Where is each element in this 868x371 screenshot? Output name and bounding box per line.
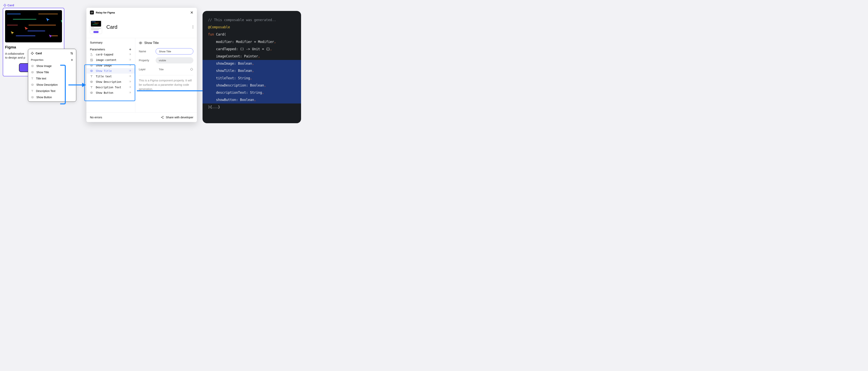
plus-icon[interactable] — [129, 48, 131, 51]
code-line: titleText: String, — [203, 75, 301, 82]
svg-point-19 — [32, 66, 33, 66]
eye-icon — [139, 41, 142, 45]
parameter-item[interactable]: Show Image — [86, 63, 135, 68]
code-line: showTitle: Boolean, — [203, 67, 301, 74]
svg-rect-37 — [90, 59, 92, 61]
parameters-section-header: Parameters — [86, 45, 135, 52]
property-label: Property — [139, 59, 153, 62]
more-menu-button[interactable] — [192, 25, 193, 29]
help-text: This is a Figma component property. It w… — [139, 78, 193, 91]
export-icon — [128, 53, 131, 56]
code-line: modifier: Modifier = Modifier, — [203, 38, 301, 45]
summary-section-header[interactable]: Summary — [86, 38, 135, 45]
parameter-item[interactable]: image-content — [86, 57, 135, 63]
property-item[interactable]: Description Text — [28, 88, 76, 94]
code-line: @Composable — [203, 24, 301, 31]
parameter-label: Description Text — [96, 86, 121, 89]
plus-icon[interactable] — [70, 59, 73, 61]
parameter-label: Title text — [96, 75, 112, 78]
svg-rect-12 — [32, 54, 33, 55]
close-button[interactable] — [190, 11, 193, 14]
eye-icon — [31, 96, 34, 99]
svg-point-47 — [140, 42, 141, 43]
cursor-icon — [49, 35, 52, 38]
svg-line-29 — [92, 12, 92, 13]
relay-app-title: Relay for Figma — [96, 11, 188, 14]
svg-point-16 — [72, 54, 73, 54]
eye-icon — [90, 69, 93, 72]
card-hero-image — [5, 10, 62, 42]
svg-point-40 — [91, 70, 92, 71]
target-button[interactable] — [190, 68, 193, 71]
parameter-item[interactable]: Show Description — [86, 79, 135, 85]
svg-line-56 — [162, 116, 163, 117]
kebab-icon — [192, 25, 193, 29]
svg-point-23 — [32, 85, 33, 85]
component-icon — [3, 4, 6, 7]
eye-icon — [31, 83, 34, 86]
code-line: // This composable was generated.. — [203, 16, 301, 24]
image-icon — [90, 59, 93, 62]
code-output-panel: // This composable was generated..@Compo… — [203, 11, 301, 123]
component-icon — [31, 52, 34, 55]
svg-marker-5 — [25, 27, 28, 30]
properties-panel-title: Card — [36, 52, 70, 55]
property-item-label: Show Image — [36, 64, 52, 68]
svg-rect-11 — [33, 53, 34, 54]
export-icon — [128, 80, 131, 83]
text-icon — [90, 86, 93, 89]
svg-point-34 — [192, 28, 193, 28]
parameter-item[interactable]: Show Button — [86, 90, 135, 96]
parameter-label: Show Image — [96, 64, 112, 67]
svg-point-39 — [91, 65, 92, 66]
svg-rect-2 — [5, 5, 6, 6]
property-item[interactable]: Show Button — [28, 94, 76, 100]
cursor-icon — [46, 18, 50, 22]
svg-rect-9 — [32, 52, 33, 53]
share-icon — [161, 116, 164, 119]
text-icon — [31, 77, 34, 80]
svg-marker-8 — [61, 20, 62, 23]
parameter-item[interactable]: Title text — [86, 74, 135, 79]
code-line: ){...} — [203, 103, 301, 111]
property-item[interactable]: Title text — [28, 75, 76, 81]
parameter-item[interactable]: card-tapped — [86, 52, 135, 57]
property-item-label: Show Button — [36, 96, 52, 99]
parameter-item[interactable]: Show Title — [86, 68, 135, 74]
export-icon — [128, 64, 131, 67]
adjust-icon[interactable] — [70, 52, 73, 55]
code-line: imageContent: Painter, — [203, 53, 301, 60]
svg-point-26 — [32, 97, 33, 98]
eye-icon — [31, 71, 34, 74]
eye-icon — [90, 64, 93, 67]
close-icon — [190, 11, 193, 14]
export-icon — [128, 58, 131, 62]
svg-point-20 — [32, 72, 33, 73]
svg-point-14 — [71, 52, 71, 53]
figma-component-label: Card — [3, 3, 14, 7]
svg-point-46 — [91, 92, 92, 93]
svg-point-32 — [192, 25, 193, 26]
cursor-icon — [61, 20, 62, 23]
figma-component-label-text: Card — [7, 3, 14, 7]
code-line: cardTapped: () -> Unit = {}, — [203, 45, 301, 53]
eye-icon — [31, 64, 34, 68]
property-input[interactable]: visible — [156, 57, 193, 63]
name-input[interactable]: Show Title — [156, 48, 193, 55]
code-line: showDescription: Boolean, — [203, 82, 301, 89]
properties-section-label: Properties — [31, 58, 43, 61]
parameter-item[interactable]: Description Text — [86, 85, 135, 90]
tap-icon — [90, 53, 93, 56]
export-icon — [128, 86, 131, 89]
svg-marker-6 — [11, 31, 14, 34]
relay-parameters-panel: Summary Parameters card-tappedimage-cont… — [86, 38, 135, 112]
property-item[interactable]: Show Description — [28, 81, 76, 88]
svg-rect-3 — [4, 6, 5, 7]
property-item-label: Show Title — [36, 71, 49, 74]
share-button[interactable]: Share with developer — [161, 115, 193, 119]
svg-point-48 — [191, 68, 193, 70]
code-line: showButton: Boolean, — [203, 96, 301, 103]
property-item[interactable]: Show Image — [28, 63, 76, 69]
svg-marker-4 — [46, 18, 50, 22]
property-item[interactable]: Show Title — [28, 69, 76, 75]
